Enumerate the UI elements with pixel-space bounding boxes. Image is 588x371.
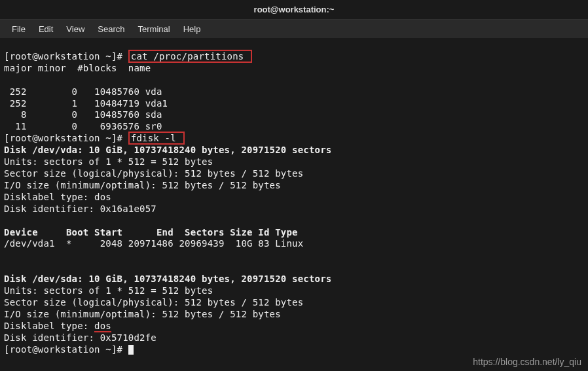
terminal-output[interactable]: [root@workstation ~]# cat /proc/partitio… — [0, 38, 588, 357]
prompt: [root@workstation ~]# — [4, 344, 128, 355]
table-header: Device Boot Start End Sectors Size Id Ty… — [4, 227, 298, 238]
output-line: 252 0 10485760 vda — [4, 86, 162, 97]
output-line: I/O size (minimum/optimal): 512 bytes / … — [4, 309, 281, 319]
output-line: Disk identifier: 0x16a1e057 — [4, 203, 156, 214]
menu-file[interactable]: File — [5, 22, 32, 37]
menubar: File Edit View Search Terminal Help — [0, 20, 588, 38]
highlighted-command-fdisk: fdisk -l — [128, 132, 185, 145]
output-line: Disklabel type: — [4, 321, 94, 331]
output-line: I/O size (minimum/optimal): 512 bytes / … — [4, 180, 281, 190]
window-title: root@workstation:~ — [254, 5, 335, 14]
output-line: Units: sectors of 1 * 512 = 512 bytes — [4, 285, 213, 296]
output-line: major minor #blocks name — [4, 63, 151, 73]
highlighted-command-cat: cat /proc/partitions — [128, 50, 252, 63]
disk-header: Disk /dev/vda: 10 GiB, 10737418240 bytes… — [4, 145, 331, 155]
output-line: 252 1 10484719 vda1 — [4, 98, 168, 109]
output-line: 8 0 10485760 sda — [4, 109, 162, 120]
prompt: [root@workstation ~]# — [4, 51, 128, 62]
output-line: Sector size (logical/physical): 512 byte… — [4, 168, 303, 179]
output-line: Units: sectors of 1 * 512 = 512 bytes — [4, 156, 213, 167]
disk-header: Disk /dev/sda: 10 GiB, 10737418240 bytes… — [4, 274, 331, 284]
menu-edit[interactable]: Edit — [32, 22, 60, 37]
output-line: Disk identifier: 0x5710d2fe — [4, 332, 156, 343]
watermark: https://blog.csdn.net/ly_qiu — [473, 357, 581, 367]
output-line: Sector size (logical/physical): 512 byte… — [4, 297, 303, 308]
cursor — [128, 345, 134, 355]
window-titlebar: root@workstation:~ — [0, 0, 588, 20]
table-row: /dev/vda1 * 2048 20971486 20969439 10G 8… — [4, 238, 303, 249]
menu-view[interactable]: View — [60, 22, 91, 37]
menu-help[interactable]: Help — [177, 22, 208, 37]
output-line: Disklabel type: dos — [4, 192, 111, 202]
prompt: [root@workstation ~]# — [4, 133, 128, 143]
output-line: 11 0 6936576 sr0 — [4, 121, 162, 132]
menu-terminal[interactable]: Terminal — [132, 22, 177, 37]
menu-search[interactable]: Search — [91, 22, 131, 37]
underlined-dos: dos — [94, 321, 111, 332]
